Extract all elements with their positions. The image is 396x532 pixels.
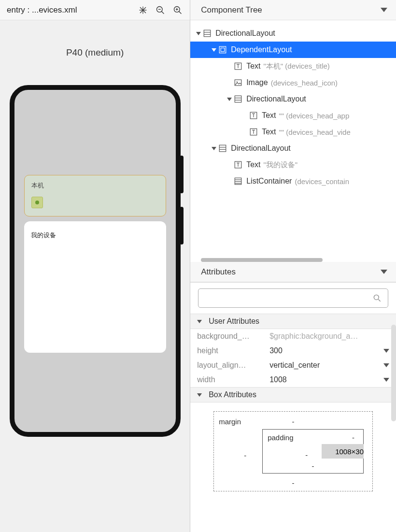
image-layout-icon (234, 78, 242, 87)
tree-node-meta: "本机" (devices_title) (264, 62, 330, 71)
card-bot-title: 我的设备 (31, 231, 159, 240)
collapse-icon[interactable] (381, 270, 387, 274)
tree-node-image[interactable]: Image(devices_head_icon) (190, 74, 396, 91)
svg-point-41 (374, 295, 379, 300)
svg-line-6 (162, 11, 164, 14)
component-tree: DirectionalLayoutDependentLayoutText"本机"… (190, 20, 396, 262)
snowflake-icon[interactable] (138, 5, 148, 15)
preview-area: P40 (medium) 本机 我的设备 (0, 20, 190, 532)
svg-rect-31 (219, 145, 226, 152)
tree-node-directionallayout[interactable]: DirectionalLayout (190, 140, 396, 157)
tree-node-meta: "" (devices_head_app (279, 112, 350, 120)
tree-node-name: Image (246, 78, 268, 87)
attribute-row[interactable]: height300 (190, 344, 396, 358)
attributes-title: Attributes (201, 267, 381, 277)
card-top-title: 本机 (31, 181, 159, 190)
svg-line-10 (179, 11, 182, 14)
attribute-value[interactable]: vertical_center (269, 361, 383, 370)
tree-node-dependentlayout[interactable]: DependentLayout (190, 42, 396, 58)
padding-top-value[interactable]: - (352, 433, 354, 442)
user-attributes-label: User Attributes (209, 317, 259, 326)
attribute-search-box[interactable] (198, 288, 388, 308)
tree-node-directionallayout[interactable]: DirectionalLayout (190, 25, 396, 42)
attributes-header[interactable]: Attributes (190, 262, 396, 282)
tree-node-directionallayout[interactable]: DirectionalLayout (190, 91, 396, 107)
tree-node-name: DirectionalLayout (231, 144, 291, 153)
tree-node-meta: "我的设备" (264, 160, 298, 170)
margin-box[interactable]: margin - - - padding - - - 1008×30 (213, 411, 373, 491)
search-icon (372, 293, 382, 303)
dependent-layout-icon (218, 45, 227, 54)
expand-toggle-icon[interactable] (195, 32, 202, 35)
chevron-down-icon (197, 393, 202, 397)
horizontal-scrollbar[interactable] (201, 258, 323, 262)
chevron-down-icon (197, 320, 202, 323)
padding-box[interactable]: padding - - - 1008×30 (262, 429, 364, 474)
attribute-search-input[interactable] (204, 294, 372, 302)
attribute-key: layout_align… (197, 361, 269, 370)
tree-node-meta: "" (devices_head_vide (279, 128, 351, 136)
directional-layout-icon (234, 95, 242, 103)
box-attributes-section-header[interactable]: Box Attributes (190, 387, 396, 403)
tree-node-name: Text (262, 111, 276, 120)
device-label: P40 (medium) (66, 47, 124, 58)
collapse-icon[interactable] (381, 8, 387, 12)
dropdown-icon[interactable] (383, 363, 389, 367)
margin-bottom-value[interactable]: - (292, 479, 295, 487)
margin-top-value[interactable]: - (292, 417, 295, 426)
svg-rect-12 (204, 30, 211, 37)
attribute-value[interactable]: 1008 (269, 375, 383, 384)
list-layout-icon (234, 177, 242, 186)
margin-label: margin (219, 417, 241, 426)
margin-left-value[interactable]: - (244, 451, 246, 460)
preview-card-top[interactable]: 本机 (24, 175, 166, 216)
dropdown-icon[interactable] (383, 349, 389, 353)
svg-point-11 (35, 201, 39, 204)
padding-bottom-value[interactable]: - (312, 462, 314, 470)
right-panel: Component Tree DirectionalLayoutDependen… (190, 0, 396, 532)
tree-node-text[interactable]: Text"" (devices_head_app (190, 107, 396, 124)
tree-node-text[interactable]: Text"" (devices_head_vide (190, 124, 396, 140)
attribute-row[interactable]: layout_align…vertical_center (190, 358, 396, 373)
attribute-value[interactable]: 300 (269, 346, 383, 355)
zoom-out-icon[interactable] (155, 5, 166, 15)
attribute-row[interactable]: width1008 (190, 373, 396, 387)
tree-node-name: Text (262, 128, 276, 136)
component-tree-header[interactable]: Component Tree (190, 0, 396, 20)
tree-node-text[interactable]: Text"我的设备" (190, 157, 396, 173)
dropdown-icon[interactable] (383, 378, 389, 382)
box-attributes-label: Box Attributes (209, 390, 256, 399)
attribute-value[interactable]: $graphic:background_a… (269, 332, 389, 341)
expand-toggle-icon[interactable] (211, 48, 217, 52)
attribute-row[interactable]: background_…$graphic:background_a… (190, 329, 396, 344)
svg-line-42 (379, 300, 381, 302)
vertical-scrollbar[interactable] (391, 325, 396, 421)
tree-node-name: DependentLayout (231, 45, 292, 54)
text-layout-icon (249, 128, 258, 136)
content-size[interactable]: 1008×30 (322, 444, 364, 459)
preview-panel: entry : ...evices.xml P40 (medium) 本机 (0, 0, 190, 532)
component-tree-title: Component Tree (201, 5, 381, 15)
expand-toggle-icon[interactable] (211, 147, 217, 150)
directional-layout-icon (203, 29, 212, 38)
tree-node-meta: (devices_head_icon) (271, 79, 338, 87)
padding-left-value[interactable]: - (305, 451, 308, 459)
box-model-diagram: margin - - - padding - - - 1008×30 (190, 403, 396, 500)
attribute-key: background_… (197, 332, 269, 341)
file-title: entry : ...evices.xml (7, 5, 138, 15)
text-layout-icon (249, 111, 258, 120)
tree-node-text[interactable]: Text"本机" (devices_title) (190, 58, 396, 74)
expand-toggle-icon[interactable] (226, 98, 233, 101)
tree-node-meta: (devices_contain (295, 177, 349, 186)
attribute-key: height (197, 346, 269, 355)
svg-rect-20 (235, 80, 241, 86)
svg-rect-22 (235, 96, 241, 102)
text-layout-icon (234, 62, 242, 71)
tree-node-listcontainer[interactable]: ListContainer(devices_contain (190, 173, 396, 189)
zoom-in-icon[interactable] (172, 5, 183, 15)
user-attributes-section-header[interactable]: User Attributes (190, 314, 396, 329)
tree-node-name: DirectionalLayout (215, 29, 275, 38)
preview-card-bottom[interactable]: 我的设备 (24, 221, 166, 353)
attribute-key: width (197, 375, 269, 384)
tree-node-name: Text (246, 62, 260, 71)
